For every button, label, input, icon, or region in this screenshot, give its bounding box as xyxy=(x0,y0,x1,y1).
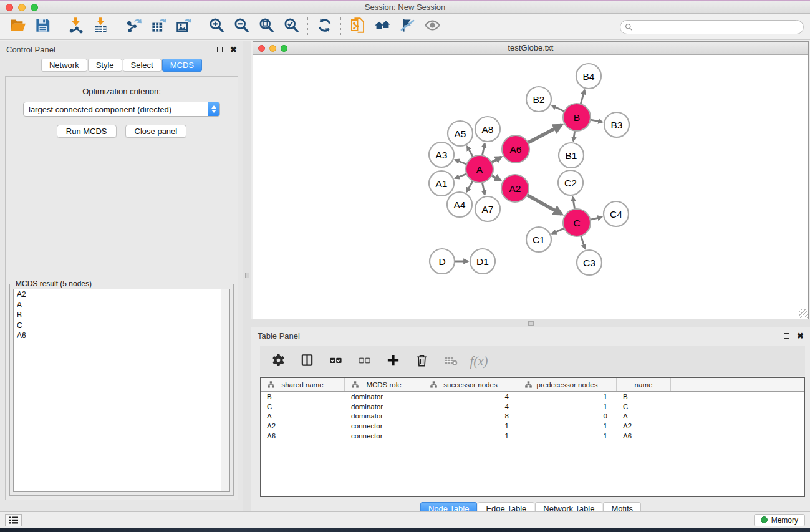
network-close-button[interactable] xyxy=(258,45,265,52)
network-canvas[interactable]: B4B2BB3A8A5A6A3B1AA1C2A2A4A7C4CC1C3DD1 xyxy=(253,55,808,319)
zoom-in-button[interactable] xyxy=(204,16,229,37)
column-header-name[interactable]: name xyxy=(617,378,671,391)
select-all-columns-button[interactable] xyxy=(324,349,347,373)
node-C[interactable]: C xyxy=(563,209,591,236)
edge-A-A7[interactable] xyxy=(482,181,485,195)
close-panel-icon[interactable]: ✖ xyxy=(230,47,237,52)
edge-B-B2[interactable] xyxy=(552,105,566,112)
tab-select[interactable]: Select xyxy=(123,59,162,72)
network-document-button[interactable] xyxy=(345,16,370,37)
function-builder-button[interactable]: f(x) xyxy=(467,349,491,373)
zoom-selected-region-button[interactable] xyxy=(279,16,304,37)
network-zoom-button[interactable] xyxy=(281,45,287,52)
edge-C-C2[interactable] xyxy=(573,197,575,210)
edge-A-A1[interactable] xyxy=(455,173,468,178)
float-panel-icon[interactable] xyxy=(217,47,223,52)
column-header-successor-nodes[interactable]: successor nodes xyxy=(423,378,518,391)
edge-A-A5[interactable] xyxy=(467,147,473,158)
node-C2[interactable]: C2 xyxy=(558,170,583,195)
delete-columns-button[interactable] xyxy=(410,349,433,373)
column-header-predecessor-nodes[interactable]: predecessor nodes xyxy=(518,378,617,391)
zoom-fit-content-button[interactable] xyxy=(254,16,279,37)
result-item[interactable]: A xyxy=(14,300,229,311)
node-D1[interactable]: D1 xyxy=(470,249,495,274)
close-table-panel-icon[interactable]: ✖ xyxy=(797,333,804,339)
save-session-button[interactable] xyxy=(30,16,55,37)
horizontal-split-divider[interactable] xyxy=(251,319,810,327)
create-column-button[interactable] xyxy=(381,349,405,373)
edge-B-B3[interactable] xyxy=(589,120,602,122)
table-row[interactable]: Bdominator41B xyxy=(261,392,804,402)
delete-table-button[interactable] xyxy=(438,349,462,373)
node-A4[interactable]: A4 xyxy=(447,192,472,217)
edge-A2-C[interactable] xyxy=(526,195,561,215)
unselect-all-columns-button[interactable] xyxy=(352,349,376,373)
close-panel-button[interactable]: Close panel xyxy=(125,125,187,138)
node-A8[interactable]: A8 xyxy=(475,117,500,142)
export-network-button[interactable] xyxy=(121,16,146,37)
column-header-mcds-role[interactable]: MCDS role xyxy=(345,378,423,391)
search-box[interactable] xyxy=(620,20,804,34)
node-C4[interactable]: C4 xyxy=(604,201,629,226)
tab-network[interactable]: Network xyxy=(41,59,87,72)
export-image-button[interactable] xyxy=(171,16,196,37)
import-network-from-file-button[interactable] xyxy=(63,16,88,37)
panel-columns-button[interactable] xyxy=(295,349,319,373)
result-item[interactable]: A2 xyxy=(14,289,229,300)
column-header-shared-name[interactable]: shared name xyxy=(261,378,345,391)
result-item[interactable]: A6 xyxy=(14,331,229,341)
edge-C-C3[interactable] xyxy=(581,235,585,248)
node-B3[interactable]: B3 xyxy=(604,112,629,137)
eye-toggle-button[interactable] xyxy=(420,16,445,37)
open-session-button[interactable] xyxy=(5,16,30,37)
resize-grip-icon[interactable] xyxy=(799,309,808,318)
node-D[interactable]: D xyxy=(430,249,455,274)
search-input[interactable] xyxy=(633,21,803,33)
criterion-dropdown[interactable]: largest connected component (directed) xyxy=(23,102,220,117)
network-window-titlebar[interactable]: testGlobe.txt xyxy=(253,42,808,55)
memory-button[interactable]: Memory xyxy=(754,514,805,526)
run-mcds-button[interactable]: Run MCDS xyxy=(57,125,117,138)
window-titlebar[interactable]: Session: New Session xyxy=(0,1,810,14)
edge-A-A8[interactable] xyxy=(482,143,485,157)
task-list-button[interactable] xyxy=(5,514,22,526)
node-A3[interactable]: A3 xyxy=(429,142,454,167)
close-window-button[interactable] xyxy=(6,4,13,11)
node-A5[interactable]: A5 xyxy=(448,121,473,146)
node-A7[interactable]: A7 xyxy=(475,196,500,221)
vertical-split-divider[interactable] xyxy=(243,41,251,511)
result-item[interactable]: C xyxy=(14,321,229,331)
flag-toggle-button[interactable] xyxy=(395,16,420,37)
node-A2[interactable]: A2 xyxy=(501,175,529,202)
node-B4[interactable]: B4 xyxy=(576,64,601,89)
import-table-from-file-button[interactable] xyxy=(88,16,113,37)
table-row[interactable]: A6connector11A6 xyxy=(261,431,804,441)
zoom-window-button[interactable] xyxy=(31,4,38,11)
refresh-view-button[interactable] xyxy=(312,16,337,37)
node-C3[interactable]: C3 xyxy=(577,250,602,275)
horizontal-split-handle[interactable] xyxy=(528,321,534,326)
result-item[interactable]: B xyxy=(14,310,229,321)
node-B2[interactable]: B2 xyxy=(526,87,551,112)
edge-C-C1[interactable] xyxy=(552,228,566,233)
double-home-button[interactable] xyxy=(370,16,395,37)
tab-mcds[interactable]: MCDS xyxy=(162,59,202,72)
node-A6[interactable]: A6 xyxy=(502,135,529,163)
node-A[interactable]: A xyxy=(466,155,493,183)
edge-A6-B[interactable] xyxy=(527,125,561,143)
node-A1[interactable]: A1 xyxy=(429,171,454,196)
minimize-window-button[interactable] xyxy=(18,4,26,11)
export-table-button[interactable] xyxy=(146,16,171,37)
edge-A-A3[interactable] xyxy=(455,160,468,165)
edge-B-B4[interactable] xyxy=(581,90,585,105)
node-C1[interactable]: C1 xyxy=(526,227,551,252)
table-settings-button[interactable] xyxy=(266,349,290,373)
network-minimize-button[interactable] xyxy=(269,45,276,52)
edge-A-A4[interactable] xyxy=(467,180,474,191)
tab-style[interactable]: Style xyxy=(88,59,122,72)
node-B[interactable]: B xyxy=(563,104,591,131)
mcds-result-list[interactable]: A2ABCA6 xyxy=(13,289,230,492)
vertical-split-handle[interactable] xyxy=(245,273,249,278)
table-row[interactable]: A2connector11A2 xyxy=(261,421,804,431)
table-row[interactable]: Cdominator41C xyxy=(261,402,804,412)
